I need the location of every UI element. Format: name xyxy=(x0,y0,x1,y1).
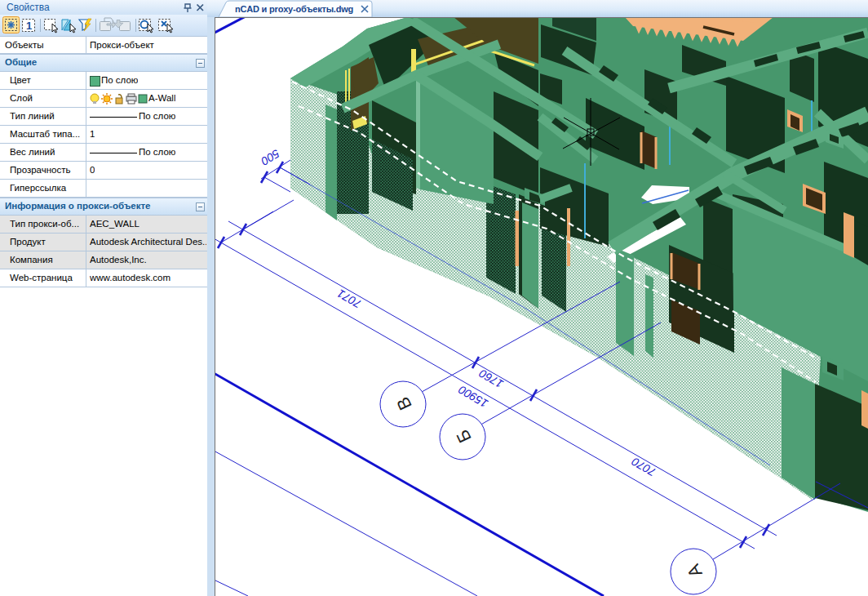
svg-text:500: 500 xyxy=(259,147,281,168)
svg-text:7070: 7070 xyxy=(629,455,658,479)
svg-text:1: 1 xyxy=(26,20,32,32)
svg-text:1760: 1760 xyxy=(476,367,505,391)
